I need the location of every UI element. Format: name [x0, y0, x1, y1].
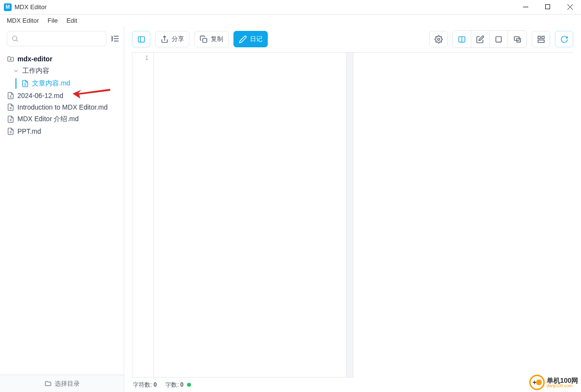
menu-file[interactable]: File — [44, 16, 61, 25]
chevron-down-icon — [13, 68, 19, 74]
minimize-button[interactable] — [514, 0, 537, 14]
share-button[interactable]: 分享 — [155, 31, 189, 47]
preview-view-button[interactable] — [490, 31, 508, 47]
svg-point-4 — [437, 38, 439, 40]
outline-toggle-button[interactable] — [110, 31, 120, 46]
diary-button[interactable]: 日记 — [233, 31, 268, 47]
statusbar: 字符数: 0 字数: 0 — [124, 378, 581, 392]
tree-file-selected[interactable]: 文章内容.md — [4, 77, 120, 90]
refresh-icon — [560, 35, 568, 43]
menubar: MDX Editor File Edit — [0, 14, 581, 26]
titlebar: M MDX Editor — [0, 0, 581, 14]
svg-rect-3 — [203, 38, 207, 42]
square-icon — [494, 35, 503, 43]
char-count: 字符数: 0 — [133, 381, 157, 389]
pencil-icon — [239, 35, 247, 43]
tree-file[interactable]: PPT.md — [4, 126, 120, 137]
editor-split: 1 — [132, 52, 573, 378]
tree-root-label: mdx-editor — [17, 55, 52, 63]
file-icon — [7, 115, 15, 123]
svg-rect-2 — [138, 36, 145, 42]
share-icon — [160, 35, 169, 43]
tree-file-label: PPT.md — [17, 127, 41, 135]
file-icon — [7, 127, 15, 135]
content-area: 分享 复制 日记 — [124, 26, 581, 392]
copy-icon — [200, 35, 208, 43]
settings-button[interactable] — [429, 31, 448, 47]
tree-file-label: Introduction to MDX Editor.md — [17, 103, 108, 111]
copy-label: 复制 — [211, 35, 223, 43]
editor-pane: 1 — [132, 53, 353, 378]
sidebar: mdx-editor 工作内容 文章内容.md 2024-06-12.md In… — [0, 26, 124, 392]
svg-point-1 — [13, 36, 17, 41]
layout-button[interactable] — [532, 31, 550, 47]
file-icon — [7, 103, 15, 111]
svg-rect-11 — [538, 40, 544, 42]
tree-folder[interactable]: 工作内容 — [4, 65, 120, 77]
preview-pane — [353, 53, 574, 378]
tree-folder-label: 工作内容 — [22, 67, 49, 75]
close-button[interactable] — [559, 0, 581, 14]
svg-rect-0 — [545, 5, 550, 9]
line-gutter: 1 — [132, 53, 154, 377]
status-dot — [187, 383, 191, 387]
split-view-button[interactable] — [453, 31, 471, 47]
app-icon: M — [4, 3, 12, 11]
edit-icon — [476, 35, 484, 43]
toolbar: 分享 复制 日记 — [124, 26, 581, 52]
presentation-icon — [513, 35, 522, 43]
svg-rect-6 — [496, 36, 501, 42]
code-editor[interactable] — [154, 53, 346, 377]
svg-rect-10 — [541, 36, 544, 39]
copy-button[interactable]: 复制 — [194, 31, 229, 47]
panel-left-icon — [137, 35, 145, 43]
search-box[interactable] — [7, 31, 106, 46]
window-title: MDX Editor — [15, 3, 46, 11]
maximize-button[interactable] — [537, 0, 559, 14]
layout-icon — [537, 35, 545, 43]
word-count: 字数: 0 — [165, 381, 191, 389]
file-icon — [7, 92, 15, 99]
tree-file[interactable]: MDX Editor 介绍.md — [4, 113, 120, 126]
tree-file-label: 文章内容.md — [32, 79, 70, 88]
choose-directory-label: 选择目录 — [55, 379, 80, 388]
sidebar-toggle-button[interactable] — [132, 31, 150, 47]
file-icon — [21, 80, 29, 87]
svg-rect-9 — [538, 36, 540, 39]
diary-label: 日记 — [250, 35, 262, 43]
tree-file-label: 2024-06-12.md — [17, 92, 63, 99]
tree-root[interactable]: mdx-editor — [4, 53, 120, 65]
edit-view-button[interactable] — [471, 31, 490, 47]
menu-app[interactable]: MDX Editor — [3, 16, 43, 25]
gear-icon — [435, 35, 443, 43]
share-label: 分享 — [172, 35, 184, 43]
search-input[interactable] — [21, 35, 102, 42]
tree-file[interactable]: Introduction to MDX Editor.md — [4, 101, 120, 113]
folder-icon — [44, 380, 52, 387]
scrollbar[interactable] — [346, 53, 353, 377]
search-icon — [11, 35, 19, 42]
view-mode-group — [452, 30, 527, 48]
present-view-button[interactable] — [508, 31, 526, 47]
refresh-button[interactable] — [555, 31, 573, 47]
line-number: 1 — [132, 55, 148, 61]
tree-file[interactable]: 2024-06-12.md — [4, 90, 120, 101]
choose-directory-button[interactable]: 选择目录 — [0, 375, 124, 392]
file-tree: mdx-editor 工作内容 文章内容.md 2024-06-12.md In… — [0, 51, 124, 375]
tree-file-label: MDX Editor 介绍.md — [17, 115, 79, 124]
columns-icon — [458, 35, 466, 43]
menu-edit[interactable]: Edit — [62, 16, 81, 25]
